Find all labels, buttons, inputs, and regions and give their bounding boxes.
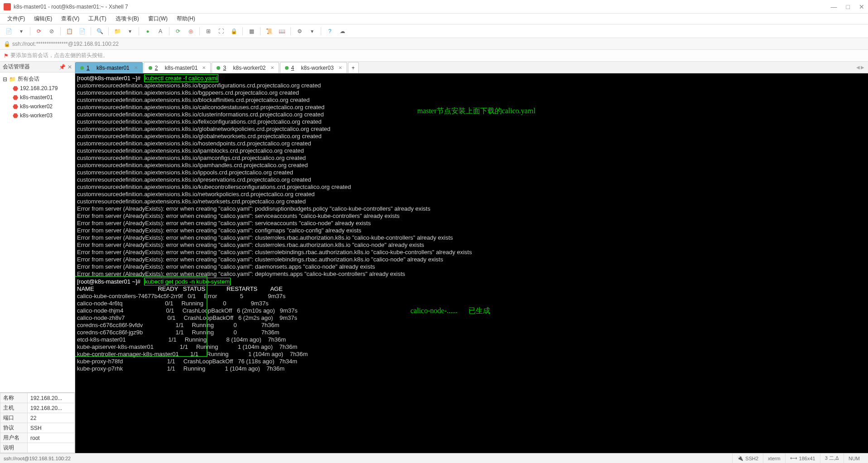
font-icon[interactable]: A [155,26,165,36]
window-title: k8s-master01 - root@k8s-master01:~ - Xsh… [14,4,831,10]
menu-tools[interactable]: 工具(T) [85,14,110,24]
prop-row: 端口22 [0,413,75,423]
session-icon: ⬣ [13,112,18,119]
status-dot-icon [285,66,289,70]
menu-file[interactable]: 文件(F) [4,14,29,24]
prop-key: 协议 [0,423,28,433]
prop-key: 端口 [0,413,28,423]
tab-close-icon[interactable]: ✕ [270,65,274,70]
tab-next-icon[interactable]: ▶ [861,65,864,70]
tab-label: k8s-worker03 [301,65,334,71]
prop-val: SSH [28,423,75,433]
tab-3[interactable]: 3 k8s-worker02✕ [212,62,279,73]
search-icon[interactable]: 🔍 [95,26,105,36]
status-num: NUM [844,453,864,463]
hint-bar: ⚑ 要添加当前会话，点击左侧的箭头按钮。 [0,50,868,62]
tab-prev-icon[interactable]: ◀ [856,65,860,70]
tab-close-icon[interactable]: ✕ [202,65,206,70]
sidebar-pin-icon[interactable]: 📌 [59,64,66,70]
panel-icon[interactable]: ▦ [246,26,256,36]
session-label: k8s-worker02 [20,103,53,110]
prop-row: 协议SSH [0,423,75,433]
prop-key: 说明 [0,443,28,453]
session-item-2[interactable]: ⬣k8s-master01 [0,93,75,102]
paste-icon[interactable]: 📄 [77,26,87,36]
menu-help[interactable]: 帮助(H) [173,14,199,24]
toolbar: 📄 ▾ ⟳ ⊘ 📋 📄 🔍 📁 ▾ ● A ⟳ ◎ ⊞ ⛶ 🔒 ▦ 📜 📖 ⚙ … [0,24,868,38]
status-connection: ssh://root@192.168.91.100:22 [4,456,71,461]
menu-window[interactable]: 窗口(W) [145,14,171,24]
hint-text: 要添加当前会话，点击左侧的箭头按钮。 [10,52,108,59]
session-item-4[interactable]: ⬣k8s-worker03 [0,111,75,120]
reconnect-icon[interactable]: ⟳ [34,26,44,36]
color-icon[interactable]: ● [143,26,153,36]
session-icon: ⬣ [13,94,18,101]
session-item-1[interactable]: ⬣192.168.20.179 [0,84,75,93]
minimize-button[interactable]: — [831,3,837,10]
maximize-button[interactable]: □ [846,3,850,10]
help-icon[interactable]: ? [325,26,335,36]
grid-icon[interactable]: ⊞ [203,26,213,36]
tab-1[interactable]: 1 k8s-master01✕ [75,62,143,73]
lock-icon[interactable]: 🔒 [229,26,239,36]
tab-4[interactable]: 4 k8s-worker03✕ [280,62,347,73]
tab-close-icon[interactable]: ✕ [134,65,138,70]
gear-icon[interactable]: ⚙ [294,26,304,36]
size-icon: ⟷ [790,455,797,461]
session-label: k8s-master01 [20,94,53,101]
more-icon[interactable]: ▾ [307,26,317,36]
app-icon [4,3,11,10]
address-bar[interactable]: 🔒 ssh://root:***************@192.168.91.… [0,38,868,50]
copy-icon[interactable]: 📋 [64,26,74,36]
disconnect-icon[interactable]: ⊘ [47,26,57,36]
flag-icon: ⚑ [4,53,9,59]
tab-2[interactable]: 2 k8s-master01✕ [144,62,211,73]
new-session-icon[interactable]: 📄 [4,26,14,36]
session-icon: ⬣ [13,103,18,110]
menu-view[interactable]: 查看(V) [58,14,83,24]
prop-key: 名称 [0,393,28,403]
close-button[interactable]: ✕ [859,3,864,10]
connected-icon: 🔌 [737,455,743,461]
tab-close-icon[interactable]: ✕ [338,65,342,70]
prop-row: 主机192.168.20... [0,403,75,413]
book-icon[interactable]: 📖 [277,26,287,36]
script-icon[interactable]: 📜 [264,26,274,36]
tree-root[interactable]: ⊟ 📁 所有会话 [0,74,75,84]
menu-tabs[interactable]: 选项卡(B) [112,14,143,24]
target-icon[interactable]: ◎ [186,26,196,36]
prop-row: 说明 [0,443,75,453]
titlebar: k8s-master01 - root@k8s-master01:~ - Xsh… [0,0,868,14]
tab-label: k8s-worker02 [233,65,266,71]
sidebar-close-icon[interactable]: ✕ [68,64,72,70]
sidebar: 会话管理器 📌 ✕ ⊟ 📁 所有会话 ⬣192.168.20.179 ⬣k8s-… [0,62,75,453]
cloud-icon[interactable]: ☁ [338,26,347,36]
status-caps: 3 二,ᐃ [820,453,844,463]
prop-val: 22 [28,413,75,423]
session-tree: ⊟ 📁 所有会话 ⬣192.168.20.179 ⬣k8s-master01 ⬣… [0,72,75,392]
sidebar-header: 会话管理器 📌 ✕ [0,62,75,72]
properties-panel: 名称192.168.20... 主机192.168.20... 端口22 协议S… [0,392,75,453]
tab-label: k8s-master01 [165,65,198,71]
collapse-icon[interactable]: ⊟ [3,76,7,82]
open-icon[interactable]: ▾ [16,26,26,36]
session-item-3[interactable]: ⬣k8s-worker02 [0,102,75,111]
menu-edit[interactable]: 编辑(E) [30,14,56,24]
terminal[interactable]: [root@k8s-master01 ~]# kubectl create -f… [75,73,868,453]
refresh-icon[interactable]: ⟳ [173,26,183,36]
tab-label: k8s-master01 [96,65,130,71]
prop-val [28,443,75,453]
tree-root-label: 所有会话 [18,75,39,83]
status-term: xterm [763,453,785,463]
dropdown-icon[interactable]: ▾ [125,26,135,36]
prop-val: 192.168.20... [28,393,75,403]
sidebar-title: 会话管理器 [3,63,30,71]
lock-icon: 🔒 [4,41,10,47]
status-dot-icon [149,66,152,70]
menubar: 文件(F) 编辑(E) 查看(V) 工具(T) 选项卡(B) 窗口(W) 帮助(… [0,14,868,24]
expand-icon[interactable]: ⛶ [216,26,226,36]
prop-row: 名称192.168.20... [0,393,75,403]
folder-icon[interactable]: 📁 [112,26,122,36]
tab-add-button[interactable]: + [348,62,359,73]
content-area: 1 k8s-master01✕ 2 k8s-master01✕ 3 k8s-wo… [75,62,868,453]
